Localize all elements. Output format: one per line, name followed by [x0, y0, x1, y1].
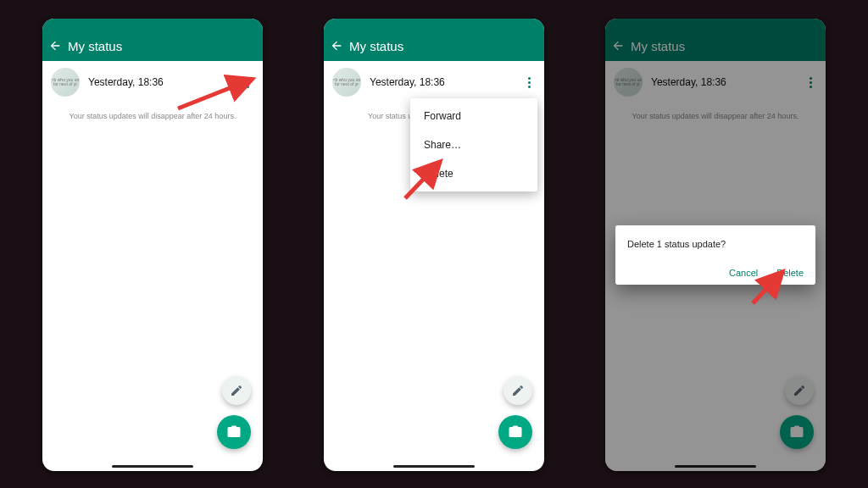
dialog-message: Delete 1 status update?	[627, 239, 804, 249]
status-bar	[42, 19, 263, 30]
menu-item-forward[interactable]: Forward	[410, 102, 537, 130]
status-thumbnail: <b who you on for next of yr	[51, 68, 80, 97]
status-timestamp: Yesterday, 18:36	[88, 76, 237, 88]
status-bar	[324, 19, 544, 30]
back-button[interactable]	[324, 39, 349, 53]
status-row[interactable]: <b who you on for next of yr Yesterday, …	[324, 61, 544, 100]
screen-step-3: My status <b who you on for next of yr Y…	[605, 19, 826, 471]
arrow-back-icon	[48, 39, 62, 53]
more-vert-icon	[247, 77, 249, 80]
back-button[interactable]	[42, 39, 68, 53]
expiry-note: Your status updates will disappear after…	[42, 112, 263, 120]
more-vert-icon	[528, 77, 531, 80]
status-more-button[interactable]	[237, 77, 258, 88]
arrow-back-icon	[330, 39, 343, 53]
camera-icon	[226, 424, 242, 440]
pencil-icon	[230, 384, 243, 397]
screen-step-1: My status <b who you on for next of yr Y…	[42, 19, 263, 471]
page-title: My status	[349, 39, 403, 53]
nav-handle[interactable]	[393, 465, 475, 468]
pencil-icon	[511, 384, 525, 397]
status-more-button[interactable]	[519, 77, 539, 88]
camera-status-button[interactable]	[217, 415, 251, 449]
app-bar: My status	[324, 30, 544, 61]
status-context-menu: Forward Share… Delete	[410, 98, 537, 191]
compose-text-status-button[interactable]	[504, 376, 532, 405]
dialog-confirm-button[interactable]: Delete	[776, 268, 804, 278]
screen-step-2: My status <b who you on for next of yr Y…	[324, 19, 544, 471]
camera-status-button[interactable]	[498, 415, 532, 449]
menu-item-share[interactable]: Share…	[410, 130, 537, 159]
menu-item-delete[interactable]: Delete	[410, 159, 537, 188]
status-row[interactable]: <b who you on for next of yr Yesterday, …	[42, 61, 263, 100]
compose-text-status-button[interactable]	[222, 376, 251, 405]
delete-confirm-dialog: Delete 1 status update? Cancel Delete	[615, 225, 815, 285]
dialog-cancel-button[interactable]: Cancel	[729, 268, 758, 278]
status-thumbnail: <b who you on for next of yr	[332, 68, 361, 97]
nav-handle[interactable]	[112, 465, 193, 468]
page-title: My status	[68, 39, 122, 53]
app-bar: My status	[42, 30, 263, 61]
camera-icon	[508, 424, 523, 440]
status-timestamp: Yesterday, 18:36	[370, 76, 519, 88]
